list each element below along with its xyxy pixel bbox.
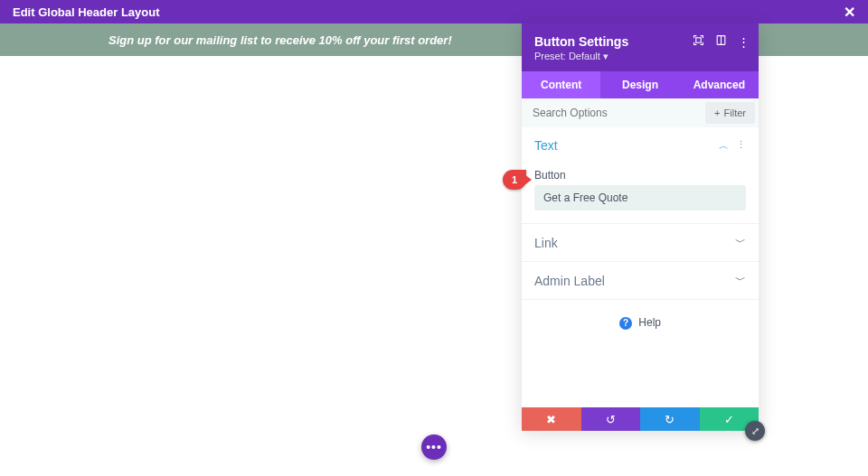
tab-content[interactable]: Content	[522, 71, 600, 98]
chevron-up-icon: ︿	[719, 139, 729, 153]
section-link-header[interactable]: Link ﹀	[522, 224, 759, 261]
filter-button[interactable]: + Filter	[705, 102, 755, 124]
tab-advanced[interactable]: Advanced	[680, 71, 759, 98]
section-link-title: Link	[534, 236, 558, 250]
svg-rect-0	[696, 38, 701, 42]
redo-button[interactable]: ↻	[640, 407, 700, 431]
discard-button[interactable]: ✖	[522, 407, 581, 431]
section-text-title: Text	[534, 138, 558, 153]
section-admin-title: Admin Label	[534, 274, 605, 288]
section-admin-header[interactable]: Admin Label ﹀	[522, 262, 759, 299]
settings-tabs: Content Design Advanced	[522, 71, 759, 98]
builder-menu-fab[interactable]: •••	[421, 434, 447, 460]
section-text-body: Button	[522, 169, 759, 223]
promo-text: Sign up for our mailing list to receive …	[108, 33, 452, 47]
tab-design[interactable]: Design	[600, 71, 679, 98]
button-text-input[interactable]	[534, 185, 746, 210]
chevron-down-icon: ﹀	[735, 273, 746, 288]
button-field-label: Button	[534, 169, 746, 182]
preset-dropdown[interactable]: Preset: Default ▾	[534, 51, 746, 62]
section-text: Text ︿ ⋮ Button	[522, 127, 759, 224]
plus-icon: +	[714, 107, 720, 118]
edit-header-title: Edit Global Header Layout	[13, 5, 160, 19]
section-admin-label: Admin Label ﹀	[522, 262, 759, 300]
filter-label: Filter	[724, 107, 746, 118]
help-icon: ?	[619, 317, 632, 330]
expand-drag-icon[interactable]: ⤢	[745, 421, 765, 441]
panel-tools: ⋮	[693, 34, 750, 49]
undo-button[interactable]: ↺	[581, 407, 641, 431]
help-row[interactable]: ? Help	[522, 300, 759, 346]
panel-body: Text ︿ ⋮ Button Link ﹀ Admin Label ﹀	[522, 127, 759, 407]
kebab-menu-icon[interactable]: ⋮	[738, 35, 750, 49]
responsive-icon[interactable]	[715, 34, 727, 49]
help-label: Help	[638, 316, 661, 329]
annotation-pin-1: 1	[503, 170, 526, 190]
panel-header: Button Settings Preset: Default ▾ ⋮	[522, 23, 759, 71]
section-kebab-icon[interactable]: ⋮	[736, 139, 746, 153]
edit-header-bar: Edit Global Header Layout ✕	[0, 0, 868, 23]
search-row: + Filter	[522, 98, 759, 127]
hover-icon[interactable]	[693, 34, 704, 49]
annotation-number: 1	[512, 174, 517, 185]
chevron-down-icon: ﹀	[735, 235, 746, 250]
search-options-input[interactable]	[522, 98, 705, 127]
panel-footer: ✖ ↺ ↻ ✓	[522, 407, 759, 431]
section-text-header[interactable]: Text ︿ ⋮	[522, 127, 759, 163]
button-settings-panel: Button Settings Preset: Default ▾ ⋮ Cont…	[522, 23, 759, 431]
section-link: Link ﹀	[522, 224, 759, 262]
close-icon[interactable]: ✕	[844, 4, 855, 21]
